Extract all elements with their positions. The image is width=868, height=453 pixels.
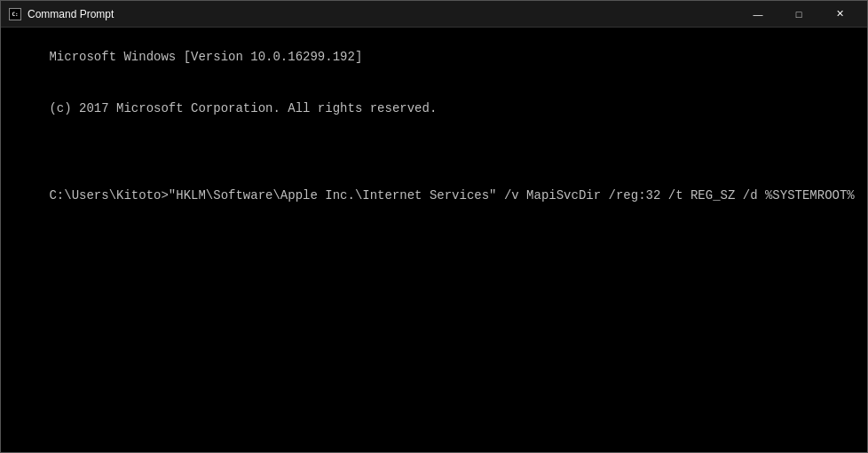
terminal-line-2: (c) 2017 Microsoft Corporation. All righ… bbox=[49, 101, 437, 115]
terminal-body[interactable]: Microsoft Windows [Version 10.0.16299.19… bbox=[1, 28, 867, 452]
close-button[interactable]: ✕ bbox=[819, 1, 860, 28]
terminal-output: Microsoft Windows [Version 10.0.16299.19… bbox=[4, 31, 864, 223]
terminal-line-1: Microsoft Windows [Version 10.0.16299.19… bbox=[49, 50, 362, 64]
cmd-icon bbox=[9, 8, 21, 20]
window-title: Command Prompt bbox=[28, 8, 738, 20]
minimize-button[interactable]: — bbox=[738, 1, 778, 28]
title-bar: Command Prompt — □ ✕ bbox=[1, 1, 867, 28]
cmd-window: Command Prompt — □ ✕ Microsoft Windows [… bbox=[0, 0, 868, 453]
window-icon bbox=[8, 7, 22, 21]
maximize-button[interactable]: □ bbox=[778, 1, 819, 28]
terminal-line-4: C:\Users\Kitoto>"HKLM\Software\Apple Inc… bbox=[49, 188, 854, 203]
window-controls: — □ ✕ bbox=[738, 1, 860, 28]
